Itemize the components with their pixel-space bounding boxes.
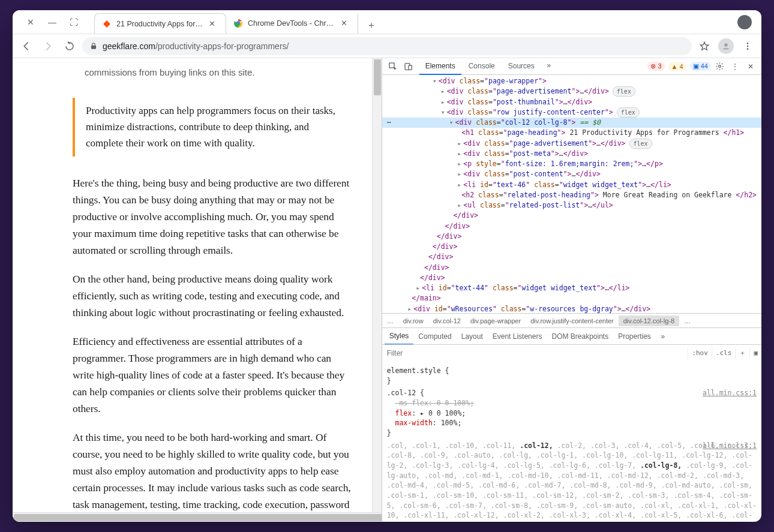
svg-point-11 — [718, 65, 721, 68]
tab-styles[interactable]: Styles — [385, 328, 414, 345]
tab-close-icon[interactable]: ✕ — [341, 19, 350, 28]
breadcrumb[interactable]: div.row — [398, 315, 428, 326]
back-button[interactable] — [17, 37, 35, 55]
breadcrumb[interactable]: div.row.justify-content-center — [526, 315, 619, 326]
styles-panel-tabs: Styles Computed Layout Event Listeners D… — [382, 327, 761, 344]
inspect-element-button[interactable] — [386, 59, 400, 74]
tab-label: Chrome DevTools - Chrome — [248, 19, 336, 28]
svg-point-7 — [747, 48, 749, 50]
dom-breadcrumbs[interactable]: … div.row div.col-12 div.page-wrapper di… — [382, 313, 761, 327]
new-style-rule-button[interactable]: ＋ — [735, 347, 749, 359]
profile-button[interactable] — [717, 37, 735, 55]
content-area: commissions from buying links on this si… — [13, 58, 761, 522]
breadcrumb[interactable]: div.col-12 — [428, 315, 466, 326]
breadcrumb-more[interactable]: … — [679, 315, 695, 326]
dom-tree[interactable]: ▾<div class="page-wrapper"> ▸<div class=… — [382, 75, 761, 313]
element-style-rule[interactable]: element.style {} — [387, 366, 757, 386]
new-tab-button[interactable]: ＋ — [363, 17, 380, 34]
styles-filter-bar: :hov .cls ＋ ▣ — [382, 344, 761, 361]
hov-button[interactable]: :hov — [688, 347, 712, 359]
svg-point-5 — [747, 43, 749, 44]
tab-elements[interactable]: Elements — [419, 58, 461, 75]
geekflare-favicon — [102, 19, 112, 29]
window-controls: ✕ — ⛶ — [17, 14, 87, 31]
tab-layout[interactable]: Layout — [457, 329, 488, 344]
errors-badge[interactable]: ⊗ 3 — [647, 62, 664, 71]
forward-button[interactable] — [39, 37, 57, 55]
article-paragraph: Efficiency and effectiveness are essenti… — [73, 333, 353, 417]
css-rule-col12[interactable]: all.min.css:1 .col-12 { -ms-flex: 0 0 10… — [387, 388, 757, 438]
article-paragraph: On the other hand, being productive mean… — [73, 270, 353, 321]
issues-badge[interactable]: ▣ 44 — [690, 62, 711, 71]
tab-label: 21 Productivity Apps for Pro — [116, 20, 204, 28]
page-vertical-scrollbar[interactable] — [372, 58, 382, 512]
window-maximize-button[interactable]: ⛶ — [65, 14, 82, 31]
article-paragraph: Here's the thing, being busy and being p… — [73, 175, 353, 259]
more-styles-tabs-button[interactable]: » — [656, 329, 670, 344]
styles-rules-body[interactable]: element.style {} all.min.css:1 .col-12 {… — [382, 361, 761, 522]
svg-point-6 — [747, 45, 749, 47]
styles-filter-input[interactable] — [382, 349, 688, 357]
address-bar: geekflare.com/productivity-apps-for-prog… — [13, 34, 761, 58]
cls-button[interactable]: .cls — [712, 347, 736, 359]
omnibox[interactable]: geekflare.com/productivity-apps-for-prog… — [82, 37, 692, 55]
webpage-viewport: commissions from buying links on this si… — [13, 58, 382, 522]
window-minimize-button[interactable]: — — [44, 14, 61, 31]
toggle-computed-button[interactable]: ▣ — [749, 347, 761, 359]
browser-tab[interactable]: Chrome DevTools - Chrome ✕ — [226, 13, 358, 34]
tab-console[interactable]: Console — [463, 58, 501, 75]
devtools-toolbar: Elements Console Sources » ⊗ 3 ▲ 4 ▣ 44 … — [382, 58, 761, 75]
tab-computed[interactable]: Computed — [413, 329, 456, 344]
article-blockquote: Productivity apps can help programmers f… — [73, 98, 353, 157]
browser-menu-button[interactable] — [739, 37, 757, 55]
svg-point-4 — [724, 43, 727, 46]
devtools-panel: Elements Console Sources » ⊗ 3 ▲ 4 ▣ 44 … — [382, 58, 761, 522]
source-link[interactable]: all.min.css:1 — [703, 388, 757, 398]
reload-button[interactable] — [61, 37, 79, 55]
devtools-menu-button[interactable]: ⋮ — [728, 59, 742, 74]
tab-close-icon[interactable]: ✕ — [209, 19, 218, 29]
browser-window: ✕ — ⛶ 21 Productivity Apps for Pro ✕ Chr… — [13, 10, 761, 522]
browser-tab-active[interactable]: 21 Productivity Apps for Pro ✕ — [94, 13, 226, 34]
affiliate-disclosure: commissions from buying links on this si… — [85, 65, 353, 80]
breadcrumb[interactable]: div.page-wrapper — [466, 315, 526, 326]
breadcrumb[interactable]: … — [382, 315, 398, 326]
browser-tabs: 21 Productivity Apps for Pro ✕ Chrome De… — [94, 10, 737, 34]
bookmark-button[interactable] — [695, 37, 713, 55]
breadcrumb-active[interactable]: div.col-12.col-lg-8 — [619, 315, 679, 326]
svg-marker-0 — [103, 20, 110, 28]
svg-rect-3 — [91, 45, 96, 49]
profile-avatar-icon — [718, 38, 734, 54]
devtools-settings-button[interactable] — [712, 59, 727, 74]
window-close-button[interactable]: ✕ — [22, 14, 39, 31]
warnings-badge[interactable]: ▲ 4 — [668, 62, 686, 71]
titlebar: ✕ — ⛶ 21 Productivity Apps for Pro ✕ Chr… — [13, 10, 761, 34]
tab-event-listeners[interactable]: Event Listeners — [488, 329, 547, 344]
url-text: geekflare.com/productivity-apps-for-prog… — [103, 41, 289, 51]
devtools-panel-tabs: Elements Console Sources » — [419, 58, 647, 75]
devtools-close-button[interactable]: ✕ — [743, 59, 758, 74]
chrome-favicon — [233, 19, 243, 28]
article-body[interactable]: commissions from buying links on this si… — [13, 58, 382, 522]
lock-icon — [89, 42, 98, 50]
tab-properties[interactable]: Properties — [613, 329, 656, 344]
page-horizontal-scrollbar[interactable] — [13, 512, 382, 522]
issue-badges[interactable]: ⊗ 3 ▲ 4 ▣ 44 — [647, 62, 711, 71]
source-link[interactable]: all.min.css:1 — [703, 441, 757, 451]
titlebar-avatar[interactable] — [737, 15, 752, 29]
device-toolbar-button[interactable] — [401, 59, 416, 74]
tab-dom-breakpoints[interactable]: DOM Breakpoints — [547, 329, 613, 344]
css-rule-col-combo[interactable]: all.min.css:1 .col, .col-1, .col-10, .co… — [387, 441, 757, 522]
article-paragraph: At this time, you need to be both hard-w… — [73, 429, 353, 522]
selected-dom-node: ⋯ ▾<div class="col-12 col-lg-8"> == $0 — [382, 118, 761, 128]
tab-sources[interactable]: Sources — [502, 58, 541, 75]
more-tabs-button[interactable]: » — [542, 58, 556, 73]
svg-rect-10 — [409, 65, 412, 70]
